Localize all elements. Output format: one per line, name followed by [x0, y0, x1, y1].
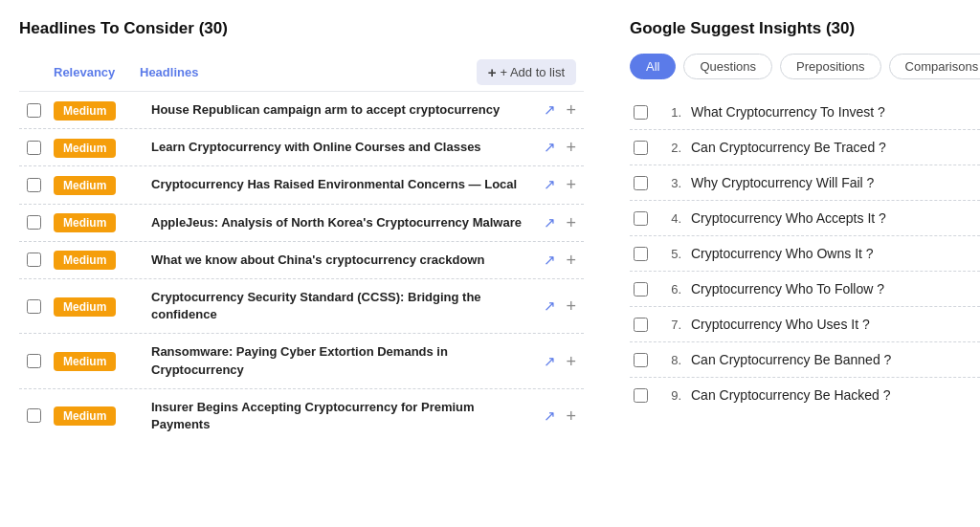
external-link-icon[interactable]: ↗ [544, 353, 556, 370]
suggest-text: Cryptocurrency Who Uses It ? [691, 317, 980, 332]
row-actions: ↗ + [544, 214, 576, 231]
suggest-checkbox[interactable] [634, 318, 648, 332]
table-row: Medium Cryptocurrency Security Standard … [19, 279, 584, 334]
external-link-icon[interactable]: ↗ [544, 214, 556, 231]
row-checkbox-wrap [27, 141, 54, 155]
add-row-icon[interactable]: + [566, 353, 576, 370]
suggest-text: What Cryptocurrency To Invest ? [691, 104, 980, 120]
suggest-text: Cryptocurrency Who To Follow ? [691, 281, 980, 296]
table-row: Medium Ransomware: Paying Cyber Extortio… [19, 334, 584, 388]
row-checkbox[interactable] [27, 253, 41, 267]
row-checkbox-wrap [27, 215, 54, 230]
tab-all[interactable]: All [630, 54, 676, 79]
headline-text: Learn Cryptocurrency with Online Courses… [140, 139, 544, 156]
row-actions: ↗ + [544, 407, 576, 425]
relevancy-cell: Medium [54, 215, 140, 230]
add-row-icon[interactable]: + [566, 139, 576, 156]
add-row-icon[interactable]: + [566, 176, 576, 193]
tab-comparisons[interactable]: Comparisons [889, 54, 980, 79]
table-row: Medium Learn Cryptocurrency with Online … [19, 129, 584, 166]
table-row: Medium Insurer Begins Accepting Cryptocu… [19, 389, 584, 443]
row-checkbox-wrap [27, 103, 54, 118]
add-row-icon[interactable]: + [566, 214, 576, 231]
suggest-checkbox-wrap [634, 105, 651, 120]
suggestions-panel: Google Suggest Insights (30) AllQuestion… [630, 19, 980, 508]
suggest-text: Why Cryptocurrency Will Fail ? [691, 175, 980, 190]
row-actions: ↗ + [544, 252, 576, 269]
row-checkbox-wrap [27, 408, 54, 423]
relevancy-cell: Medium [54, 354, 140, 368]
suggest-checkbox[interactable] [634, 105, 648, 120]
suggest-row: 8. Can Cryptocurrency Be Banned ? [630, 342, 980, 378]
table-row: Medium House Republican campaign arm to … [19, 92, 584, 129]
relevancy-badge: Medium [54, 251, 116, 270]
add-to-list-button[interactable]: + + Add to list [477, 59, 576, 85]
table-row: Medium AppleJeus: Analysis of North Kore… [19, 205, 584, 242]
row-checkbox[interactable] [27, 215, 41, 230]
tab-prepositions[interactable]: Prepositions [780, 54, 881, 79]
row-checkbox[interactable] [27, 141, 41, 155]
relevancy-badge: Medium [54, 176, 116, 195]
headline-text: House Republican campaign arm to accept … [140, 101, 544, 119]
relevancy-cell: Medium [54, 103, 140, 118]
suggest-number: 4. [660, 211, 681, 226]
suggest-checkbox[interactable] [634, 388, 648, 403]
suggest-row: 5. Cryptocurrency Who Owns It ? [630, 236, 980, 272]
row-checkbox-wrap [27, 354, 54, 368]
col-headline-header: Headlines [140, 65, 500, 79]
tab-questions[interactable]: Questions [683, 54, 772, 79]
external-link-icon[interactable]: ↗ [544, 297, 556, 315]
external-link-icon[interactable]: ↗ [544, 176, 556, 193]
row-checkbox[interactable] [27, 299, 41, 314]
external-link-icon[interactable]: ↗ [544, 101, 556, 119]
suggest-row: 7. Cryptocurrency Who Uses It ? [630, 307, 980, 342]
suggest-checkbox-wrap [634, 282, 651, 296]
table-row: Medium What we know about China's crypto… [19, 242, 584, 279]
suggest-text: Can Cryptocurrency Be Banned ? [691, 352, 980, 367]
suggest-checkbox-wrap [634, 388, 651, 403]
external-link-icon[interactable]: ↗ [544, 252, 556, 269]
suggest-checkbox[interactable] [634, 247, 648, 261]
suggest-number: 3. [660, 176, 681, 190]
suggest-checkbox[interactable] [634, 211, 648, 226]
headline-text: Insurer Begins Accepting Cryptocurrency … [140, 399, 544, 433]
relevancy-cell: Medium [54, 408, 140, 423]
relevancy-cell: Medium [54, 253, 140, 267]
suggestions-title: Google Suggest Insights (30) [630, 19, 980, 38]
table-row: Medium Cryptocurrency Has Raised Environ… [19, 166, 584, 204]
row-actions: ↗ + [544, 139, 576, 156]
suggest-checkbox-wrap [634, 247, 651, 261]
add-row-icon[interactable]: + [566, 407, 576, 425]
suggest-text: Cryptocurrency Who Accepts It ? [691, 210, 980, 226]
add-row-icon[interactable]: + [566, 252, 576, 269]
add-to-list-label: + Add to list [500, 65, 565, 79]
suggestions-list: 1. What Cryptocurrency To Invest ? 2. Ca… [630, 95, 980, 412]
add-row-icon[interactable]: + [566, 297, 576, 315]
col-relevancy-header: Relevancy [54, 65, 140, 79]
suggest-row: 9. Can Cryptocurrency Be Hacked ? [630, 378, 980, 412]
row-checkbox[interactable] [27, 408, 41, 423]
suggest-row: 3. Why Cryptocurrency Will Fail ? [630, 165, 980, 201]
external-link-icon[interactable]: ↗ [544, 139, 556, 156]
suggest-checkbox-wrap [634, 353, 651, 367]
suggest-checkbox[interactable] [634, 353, 648, 367]
plus-icon: + [488, 64, 497, 80]
external-link-icon[interactable]: ↗ [544, 407, 556, 425]
relevancy-badge: Medium [54, 139, 116, 158]
suggest-text: Can Cryptocurrency Be Hacked ? [691, 387, 980, 403]
row-actions: ↗ + [544, 101, 576, 119]
row-checkbox[interactable] [27, 103, 41, 118]
row-checkbox-wrap [27, 299, 54, 314]
suggest-checkbox[interactable] [634, 176, 648, 190]
relevancy-cell: Medium [54, 299, 140, 314]
suggest-checkbox[interactable] [634, 282, 648, 296]
row-checkbox[interactable] [27, 354, 41, 368]
filter-tabs: AllQuestionsPrepositionsComparisons [630, 54, 980, 79]
headline-text: Cryptocurrency Security Standard (CCSS):… [140, 289, 544, 323]
suggest-checkbox-wrap [634, 318, 651, 332]
relevancy-badge: Medium [54, 213, 116, 232]
suggest-checkbox[interactable] [634, 141, 648, 155]
row-checkbox[interactable] [27, 178, 41, 192]
suggest-number: 9. [660, 388, 681, 403]
add-row-icon[interactable]: + [566, 101, 576, 119]
